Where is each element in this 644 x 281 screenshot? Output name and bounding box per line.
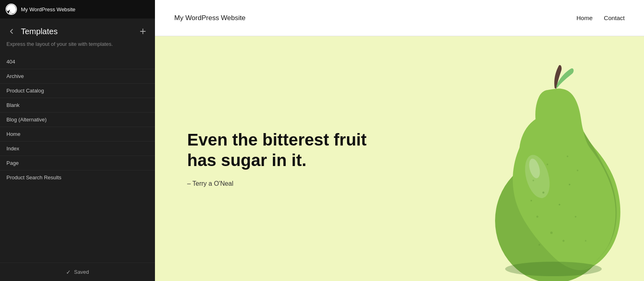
svg-point-10 <box>550 232 553 234</box>
template-list-item[interactable]: Archive <box>0 69 155 84</box>
saved-check-icon: ✓ <box>66 269 71 275</box>
site-name-label: My WordPress Website <box>21 6 75 12</box>
svg-point-11 <box>575 216 576 217</box>
sidebar-header: Templates <box>0 18 155 40</box>
svg-point-14 <box>585 240 586 242</box>
template-list-item[interactable]: 404 <box>0 55 155 69</box>
sidebar-footer: ✓ Saved <box>0 263 155 281</box>
site-header: My WordPress Website Home Contact <box>155 0 644 36</box>
nav-contact[interactable]: Contact <box>604 14 625 21</box>
template-list-item[interactable]: Blank <box>0 98 155 113</box>
sidebar-description: Express the layout of your site with tem… <box>0 40 155 55</box>
nav-home[interactable]: Home <box>576 14 592 21</box>
svg-point-5 <box>505 262 602 276</box>
sidebar: My WordPress Website Templates Express t… <box>0 0 155 281</box>
template-list-item[interactable]: Product Catalog <box>0 84 155 98</box>
sidebar-header-left: Templates <box>6 26 58 37</box>
template-list-item[interactable]: Index <box>0 142 155 156</box>
back-button[interactable] <box>6 26 17 37</box>
add-template-button[interactable] <box>137 26 149 37</box>
svg-point-6 <box>543 192 545 194</box>
back-icon <box>8 28 15 35</box>
site-brand: My WordPress Website <box>174 14 246 22</box>
template-list-item[interactable]: Blog (Alternative) <box>0 113 155 127</box>
svg-point-9 <box>537 216 539 218</box>
add-icon <box>139 27 147 35</box>
hero-section: Even the bitterest fruit has sugar in it… <box>155 36 644 281</box>
template-list-item[interactable]: Page <box>0 156 155 170</box>
hero-quote: Even the bitterest fruit has sugar in it… <box>187 130 380 170</box>
wordpress-icon <box>6 4 17 15</box>
template-list-item[interactable]: Home <box>0 127 155 142</box>
saved-label: Saved <box>74 269 89 275</box>
template-list: 404ArchiveProduct CatalogBlankBlog (Alte… <box>0 55 155 263</box>
svg-point-15 <box>530 200 532 201</box>
svg-point-7 <box>559 204 560 205</box>
svg-point-13 <box>539 244 540 246</box>
site-nav: Home Contact <box>576 14 625 21</box>
top-bar: My WordPress Website <box>0 0 155 18</box>
sidebar-title: Templates <box>21 27 58 36</box>
hero-text: Even the bitterest fruit has sugar in it… <box>187 130 612 187</box>
template-list-item[interactable]: Product Search Results <box>0 170 155 185</box>
main-content: My WordPress Website Home Contact Even t… <box>155 0 644 281</box>
hero-attribution: – Terry a O'Neal <box>187 180 612 187</box>
svg-point-12 <box>563 240 565 242</box>
